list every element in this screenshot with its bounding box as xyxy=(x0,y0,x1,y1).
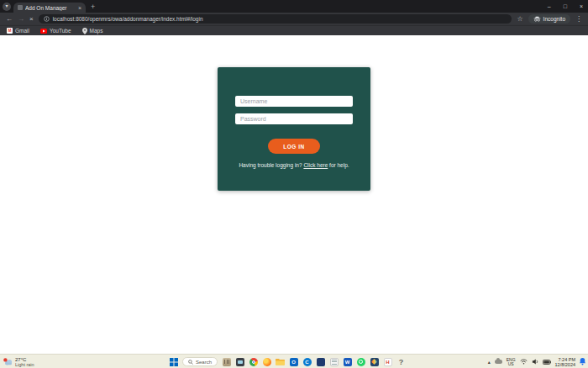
battery-icon[interactable] xyxy=(543,360,551,365)
stop-button[interactable]: × xyxy=(29,16,34,23)
weather-condition: Light rain xyxy=(15,362,34,367)
bookmark-maps[interactable]: Maps xyxy=(82,28,103,34)
photos-app-icon[interactable] xyxy=(370,357,379,366)
language-indicator[interactable]: ENG US xyxy=(507,358,516,366)
page-favicon-icon xyxy=(18,5,23,10)
bookmark-star-icon[interactable]: ☆ xyxy=(517,15,522,23)
building-app-icon[interactable] xyxy=(222,357,231,366)
tab-title: Add On Manager xyxy=(25,5,76,11)
notification-bell-icon[interactable] xyxy=(580,358,585,365)
help-suffix: for help. xyxy=(329,162,349,168)
wifi-icon[interactable] xyxy=(520,359,528,365)
browser-tab[interactable]: Add On Manager × xyxy=(13,3,86,13)
bookmark-label: Gmail xyxy=(15,28,29,34)
username-input[interactable] xyxy=(235,96,353,107)
youtube-icon xyxy=(40,29,47,34)
page-content: LOG IN Having trouble logging in? Click … xyxy=(0,35,588,354)
word-icon[interactable]: W xyxy=(343,357,352,366)
letter-c-app-icon[interactable]: C xyxy=(302,357,312,366)
clock-date: 12/8/2024 xyxy=(555,362,575,367)
url-text: localhost:8080/openmrs/owa/addonmanager/… xyxy=(53,16,203,22)
start-button[interactable] xyxy=(170,358,178,366)
password-input[interactable] xyxy=(235,113,353,124)
minimize-button[interactable]: – xyxy=(548,3,551,9)
search-label: Search xyxy=(196,360,212,365)
taskbar-clock[interactable]: 7:24 PM 12/8/2024 xyxy=(555,357,575,367)
window-close-button[interactable]: × xyxy=(580,3,583,9)
bookmark-gmail[interactable]: M Gmail xyxy=(7,28,29,34)
back-button[interactable]: ← xyxy=(6,16,13,23)
search-icon xyxy=(188,360,193,365)
chrome-icon[interactable] xyxy=(249,357,258,366)
restore-button[interactable]: □ xyxy=(564,3,567,9)
tray-cloud-icon[interactable] xyxy=(495,360,502,364)
bookmark-label: YouTube xyxy=(50,28,71,34)
tab-list-chevron-button[interactable]: ▾ xyxy=(3,3,11,11)
laptop-app-icon[interactable] xyxy=(235,357,244,366)
login-button[interactable]: LOG IN xyxy=(268,139,320,154)
tray-chevron-up-icon[interactable]: ▴ xyxy=(488,359,491,365)
browser-toolbar: ← → × localhost:8080/openmrs/owa/addonma… xyxy=(0,13,588,25)
forward-button[interactable]: → xyxy=(18,16,24,23)
letter-h-app-icon[interactable]: H xyxy=(383,357,392,366)
notepad-icon[interactable] xyxy=(329,357,339,366)
file-explorer-icon[interactable] xyxy=(276,357,285,366)
maps-pin-icon xyxy=(82,28,87,34)
question-mark-icon[interactable]: ? xyxy=(396,357,406,366)
gmail-icon: M xyxy=(7,28,13,34)
new-tab-button[interactable]: + xyxy=(91,3,95,12)
taskbar-search[interactable]: Search xyxy=(182,357,218,366)
bookmark-label: Maps xyxy=(90,28,103,34)
login-help-text: Having trouble logging in? Click here fo… xyxy=(218,162,370,168)
incognito-icon xyxy=(533,16,541,22)
site-info-icon[interactable] xyxy=(44,16,50,22)
incognito-badge: Incognito xyxy=(528,14,570,24)
dark-blue-app-icon[interactable] xyxy=(316,357,325,366)
tab-close-icon[interactable]: × xyxy=(78,5,81,11)
browser-menu-button[interactable]: ⋮ xyxy=(575,15,582,23)
windows-taskbar: 27°C Light rain Search O xyxy=(0,354,588,368)
incognito-label: Incognito xyxy=(543,16,565,22)
weather-icon xyxy=(3,358,13,365)
address-bar[interactable]: localhost:8080/openmrs/owa/addonmanager/… xyxy=(39,14,512,24)
help-link[interactable]: Click here xyxy=(303,162,328,168)
whatsapp-icon[interactable] xyxy=(356,357,365,366)
weather-widget[interactable]: 27°C Light rain xyxy=(3,355,34,368)
login-card: LOG IN Having trouble logging in? Click … xyxy=(218,67,370,191)
help-prefix: Having trouble logging in? xyxy=(239,162,302,168)
bookmark-youtube[interactable]: YouTube xyxy=(40,28,71,34)
volume-icon[interactable] xyxy=(532,359,538,365)
browser-tab-strip: ▾ Add On Manager × + – □ × xyxy=(0,0,588,13)
bookmarks-bar: M Gmail YouTube Maps xyxy=(0,25,588,35)
outlook-icon[interactable]: O xyxy=(289,357,298,366)
firefox-icon[interactable] xyxy=(262,357,271,366)
